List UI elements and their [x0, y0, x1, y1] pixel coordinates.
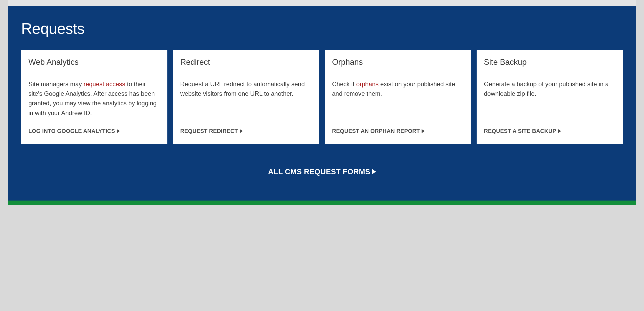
card-title: Web Analytics: [28, 58, 160, 67]
card-body-text-pre: Site managers may: [28, 81, 83, 87]
request-site-backup-link[interactable]: REQUEST A SITE BACKUP: [484, 128, 561, 134]
card-redirect: Redirect Request a URL redirect to autom…: [173, 50, 319, 144]
action-label: REQUEST REDIRECT: [180, 128, 238, 134]
card-action: REQUEST AN ORPHAN REPORT: [332, 128, 464, 134]
requests-section: Requests Web Analytics Site managers may…: [8, 6, 636, 201]
green-divider: [8, 201, 636, 205]
log-into-google-analytics-link[interactable]: LOG INTO GOOGLE ANALYTICS: [28, 128, 120, 134]
card-title: Orphans: [332, 58, 464, 67]
card-body: Check if orphans exist on your published…: [332, 79, 464, 118]
card-title: Site Backup: [484, 58, 616, 67]
triangle-right-icon: [558, 129, 561, 133]
card-action: REQUEST REDIRECT: [180, 128, 312, 134]
request-redirect-link[interactable]: REQUEST REDIRECT: [180, 128, 243, 134]
request-orphan-report-link[interactable]: REQUEST AN ORPHAN REPORT: [332, 128, 425, 134]
cards-row: Web Analytics Site managers may request …: [21, 50, 623, 144]
action-label: REQUEST AN ORPHAN REPORT: [332, 128, 420, 134]
footer-link-wrap: ALL CMS REQUEST FORMS: [21, 168, 623, 176]
top-strip: [8, 0, 636, 6]
card-action: REQUEST A SITE BACKUP: [484, 128, 616, 134]
section-title: Requests: [21, 20, 623, 37]
card-body: Site managers may request access to thei…: [28, 79, 160, 118]
card-action: LOG INTO GOOGLE ANALYTICS: [28, 128, 160, 134]
action-label: REQUEST A SITE BACKUP: [484, 128, 556, 134]
card-body-text-pre: Generate a backup of your published site…: [484, 81, 609, 97]
card-body-text-pre: Check if: [332, 81, 356, 87]
triangle-right-icon: [422, 129, 425, 133]
card-body: Generate a backup of your published site…: [484, 79, 616, 118]
triangle-right-icon: [117, 129, 120, 133]
all-cms-request-forms-link[interactable]: ALL CMS REQUEST FORMS: [268, 168, 376, 176]
triangle-right-icon: [372, 169, 376, 174]
card-body-text-pre: Request a URL redirect to automatically …: [180, 81, 305, 97]
request-access-link[interactable]: request access: [83, 81, 125, 88]
action-label: LOG INTO GOOGLE ANALYTICS: [28, 128, 115, 134]
triangle-right-icon: [240, 129, 243, 133]
card-body: Request a URL redirect to automatically …: [180, 79, 312, 118]
card-web-analytics: Web Analytics Site managers may request …: [21, 50, 167, 144]
card-site-backup: Site Backup Generate a backup of your pu…: [477, 50, 623, 144]
card-orphans: Orphans Check if orphans exist on your p…: [325, 50, 471, 144]
card-title: Redirect: [180, 58, 312, 67]
orphans-link[interactable]: orphans: [356, 81, 379, 88]
footer-link-label: ALL CMS REQUEST FORMS: [268, 168, 370, 176]
